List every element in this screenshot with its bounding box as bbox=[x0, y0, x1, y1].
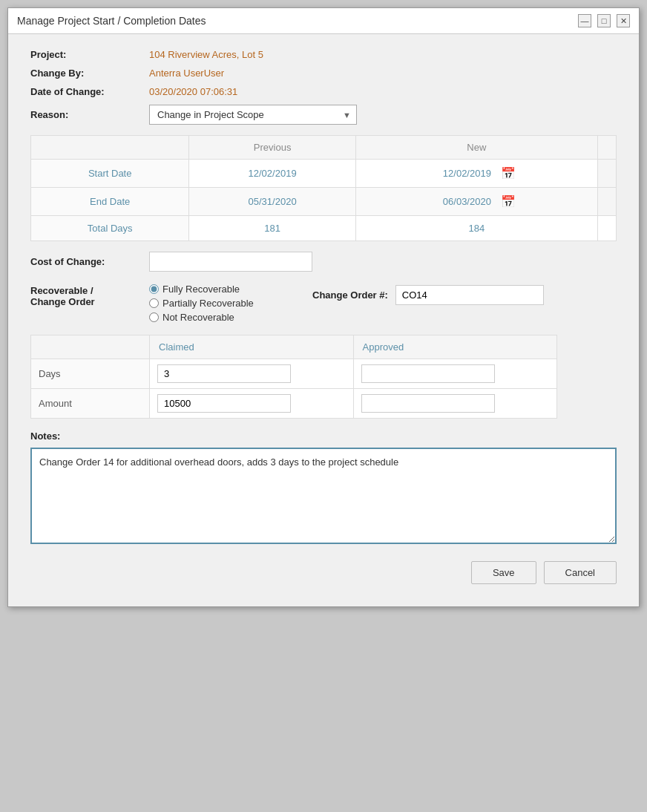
dates-scroll-cell bbox=[598, 216, 617, 241]
radio-not-recoverable[interactable]: Not Recoverable bbox=[149, 312, 298, 323]
change-by-row: Change By: Anterra UserUser bbox=[30, 68, 617, 79]
change-order-input[interactable] bbox=[395, 285, 544, 305]
main-window: Manage Project Start / Completion Dates … bbox=[7, 7, 640, 607]
cost-row: Cost of Change: bbox=[30, 252, 617, 272]
dates-row-previous: 12/02/2019 bbox=[189, 160, 355, 188]
approved-input[interactable] bbox=[361, 394, 495, 413]
dialog-content: Project: 104 Riverview Acres, Lot 5 Chan… bbox=[8, 34, 639, 606]
recoverable-section: Recoverable / Change Order Fully Recover… bbox=[30, 284, 617, 323]
notes-textarea[interactable] bbox=[30, 448, 617, 544]
change-by-value: Anterra UserUser bbox=[149, 68, 224, 79]
claimed-col-empty bbox=[31, 335, 150, 359]
calendar-icon[interactable]: 📅 bbox=[501, 166, 516, 180]
reason-row: Reason: Change in Project ScopeWeather D… bbox=[30, 105, 617, 125]
claimed-row-claimed[interactable] bbox=[150, 359, 354, 389]
radio-group: Fully Recoverable Partially Recoverable … bbox=[149, 284, 298, 323]
dates-row-label: Total Days bbox=[31, 216, 189, 241]
claimed-row-claimed[interactable] bbox=[150, 389, 354, 419]
radio-fully-recoverable[interactable]: Fully Recoverable bbox=[149, 284, 298, 295]
claimed-row-label: Amount bbox=[31, 389, 150, 419]
date-of-change-value: 03/20/2020 07:06:31 bbox=[149, 86, 237, 97]
date-of-change-row: Date of Change: 03/20/2020 07:06:31 bbox=[30, 86, 617, 97]
radio-partially-label: Partially Recoverable bbox=[162, 298, 254, 309]
dates-col-new: New bbox=[355, 136, 597, 160]
radio-not-label: Not Recoverable bbox=[162, 312, 234, 323]
title-bar-controls: — □ ✕ bbox=[578, 14, 630, 27]
cost-input[interactable] bbox=[149, 252, 312, 272]
radio-not-input[interactable] bbox=[149, 312, 159, 322]
project-row: Project: 104 Riverview Acres, Lot 5 bbox=[30, 49, 617, 60]
claimed-row-approved[interactable] bbox=[353, 359, 557, 389]
dates-scroll-cell bbox=[598, 160, 617, 188]
project-value: 104 Riverview Acres, Lot 5 bbox=[149, 49, 263, 60]
maximize-button[interactable]: □ bbox=[597, 14, 611, 27]
reason-label: Reason: bbox=[30, 109, 149, 120]
change-by-label: Change By: bbox=[30, 68, 149, 79]
window-title: Manage Project Start / Completion Dates bbox=[17, 15, 206, 27]
dates-row-new: 184 bbox=[355, 216, 597, 241]
reason-select[interactable]: Change in Project ScopeWeather DelayOwne… bbox=[149, 105, 357, 125]
dates-scroll-cell bbox=[598, 188, 617, 216]
change-order-section: Change Order #: bbox=[312, 284, 544, 305]
title-bar: Manage Project Start / Completion Dates … bbox=[8, 8, 639, 34]
radio-partially-recoverable[interactable]: Partially Recoverable bbox=[149, 298, 298, 309]
minimize-button[interactable]: — bbox=[578, 14, 591, 27]
change-order-label: Change Order #: bbox=[312, 289, 388, 301]
dates-row-label: Start Date bbox=[31, 160, 189, 188]
claimed-row-approved[interactable] bbox=[353, 389, 557, 419]
notes-label: Notes: bbox=[30, 430, 617, 442]
dates-row-new: 📅 bbox=[355, 188, 597, 216]
dates-new-input[interactable] bbox=[437, 196, 496, 207]
claimed-row-label: Days bbox=[31, 359, 150, 389]
approved-input[interactable] bbox=[361, 364, 495, 383]
dates-table: Previous New Start Date 12/02/2019 📅 End… bbox=[30, 135, 617, 241]
radio-fully-label: Fully Recoverable bbox=[162, 284, 240, 295]
dates-row-previous: 181 bbox=[189, 216, 355, 241]
recoverable-label: Recoverable / Change Order bbox=[30, 284, 149, 307]
claimed-input[interactable] bbox=[157, 364, 291, 383]
dates-col-scroll bbox=[598, 136, 617, 160]
claimed-col-approved: Approved bbox=[353, 335, 557, 359]
dates-col-empty bbox=[31, 136, 189, 160]
close-button[interactable]: ✕ bbox=[617, 14, 630, 27]
cancel-button[interactable]: Cancel bbox=[544, 561, 617, 584]
dates-row-label: End Date bbox=[31, 188, 189, 216]
calendar-icon[interactable]: 📅 bbox=[501, 194, 516, 209]
project-label: Project: bbox=[30, 49, 149, 60]
footer-buttons: Save Cancel bbox=[30, 561, 617, 592]
radio-fully-input[interactable] bbox=[149, 284, 159, 294]
dates-col-previous: Previous bbox=[189, 136, 355, 160]
dates-row-new: 📅 bbox=[355, 160, 597, 188]
date-of-change-label: Date of Change: bbox=[30, 86, 149, 97]
claimed-table: Claimed Approved Days Amount bbox=[30, 335, 557, 419]
dates-row-previous: 05/31/2020 bbox=[189, 188, 355, 216]
claimed-input[interactable] bbox=[157, 394, 291, 413]
claimed-col-claimed: Claimed bbox=[150, 335, 354, 359]
radio-partially-input[interactable] bbox=[149, 298, 159, 308]
reason-select-wrapper: Change in Project ScopeWeather DelayOwne… bbox=[149, 105, 357, 125]
save-button[interactable]: Save bbox=[471, 561, 536, 584]
cost-label: Cost of Change: bbox=[30, 256, 149, 267]
dates-new-input[interactable] bbox=[437, 168, 496, 179]
